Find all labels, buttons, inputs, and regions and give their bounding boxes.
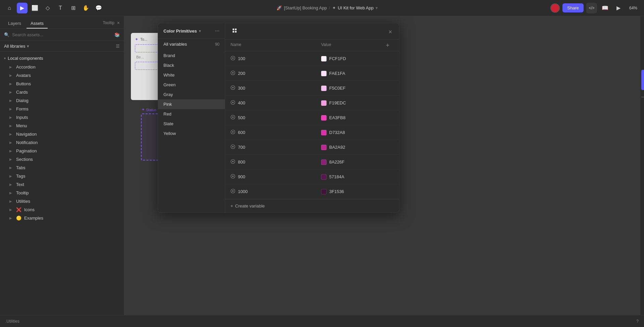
comment-tool[interactable]: 💬: [93, 3, 104, 13]
vars-group-green[interactable]: Green: [158, 80, 225, 90]
all-libraries-label[interactable]: All libraries ▾: [4, 44, 29, 49]
bottom-utilities-label[interactable]: .Utilities: [5, 319, 19, 324]
breadcrumb-separator: /: [329, 5, 330, 10]
sidebar-item-sections[interactable]: ▶ Sections: [0, 155, 124, 164]
variable-icon: [231, 159, 235, 165]
item-label: Accordion: [16, 64, 36, 69]
table-row[interactable]: 600 D732A8: [225, 125, 399, 140]
book-icon[interactable]: 📚: [114, 32, 120, 37]
var-value: FCF1FD: [329, 56, 346, 61]
vars-group-yellow[interactable]: Yellow: [158, 129, 225, 138]
breadcrumb-kit-name[interactable]: UI Kit for Web App: [338, 5, 374, 10]
home-button[interactable]: ⌂: [4, 3, 15, 13]
vars-group-white[interactable]: White: [158, 70, 225, 80]
sidebar-item-pagination[interactable]: ▶ Pagination: [0, 147, 124, 155]
item-label: Avatars: [16, 73, 31, 78]
table-row[interactable]: 500 EA3FB8: [225, 110, 399, 125]
component-list: ▾ Local components ▶ Accordion ▶ Avatars…: [0, 52, 124, 315]
variable-icon: [231, 130, 235, 135]
create-variable-button[interactable]: + Create variable: [225, 199, 399, 213]
var-name: 700: [238, 145, 245, 150]
collapse-icon: ▾: [4, 56, 6, 60]
arrow-icon: ▶: [9, 149, 12, 153]
table-row[interactable]: 100 FCF1FD: [225, 51, 399, 66]
view-mode-button[interactable]: 📖: [600, 3, 610, 13]
color-swatch: [321, 189, 327, 194]
sidebar-item-icons[interactable]: ▶ ❌ Icons: [0, 205, 124, 214]
sidebar-item-examples[interactable]: ▶ 🟡 Examples: [0, 214, 124, 222]
sidebar-item-menu[interactable]: ▶ Menu: [0, 122, 124, 130]
local-components-header[interactable]: ▾ Local components: [0, 54, 124, 63]
play-button[interactable]: ▶: [613, 3, 624, 13]
vars-view-header: [225, 23, 399, 40]
arrow-icon: ▶: [9, 82, 12, 86]
item-label: Notification: [16, 140, 38, 145]
vars-all-variables-row[interactable]: All variables 90: [158, 39, 225, 49]
vars-group-brand[interactable]: Brand: [158, 51, 225, 60]
tab-assets[interactable]: Assets: [27, 19, 48, 29]
sidebar-item-avatars[interactable]: ▶ Avatars: [0, 71, 124, 80]
table-row[interactable]: 1000 3F1536: [225, 184, 399, 199]
item-label: Menu: [16, 123, 27, 128]
variable-icon: [231, 56, 235, 61]
vars-group-slate[interactable]: Slate: [158, 119, 225, 129]
list-view-icon[interactable]: ☰: [116, 44, 120, 49]
zoom-level[interactable]: 64%: [627, 4, 640, 12]
panel-close-button[interactable]: ×: [386, 27, 395, 37]
sidebar-item-tooltip[interactable]: ▶ Tooltip: [0, 189, 124, 197]
sidebar-item-tags[interactable]: ▶ Tags: [0, 172, 124, 180]
vars-group-black[interactable]: Black: [158, 60, 225, 70]
vars-more-button[interactable]: ···: [215, 28, 219, 34]
table-row[interactable]: 900 57184A: [225, 170, 399, 184]
table-row[interactable]: 800 8A226F: [225, 155, 399, 170]
sidebar-item-tabs[interactable]: ▶ Tabs: [0, 164, 124, 172]
vars-group-gray[interactable]: Gray: [158, 90, 225, 99]
breadcrumb-chevron-icon[interactable]: ▾: [376, 5, 378, 10]
vars-group-pink[interactable]: Pink: [158, 99, 225, 109]
var-name: 300: [238, 86, 245, 91]
table-row[interactable]: 200 FAE1FA: [225, 66, 399, 81]
toolbar-right: Share </> 📖 ▶ 64%: [550, 3, 640, 13]
table-row[interactable]: 400 F19EDC: [225, 96, 399, 110]
vars-group-red[interactable]: Red: [158, 109, 225, 119]
right-sidebar-tab[interactable]: [641, 70, 644, 90]
vars-view-list-button[interactable]: [231, 27, 239, 36]
sidebar-item-navigation[interactable]: ▶ Navigation: [0, 130, 124, 138]
canvas-area[interactable]: ✦ To... Be... ✦Status mode Text: [124, 16, 644, 315]
svg-point-23: [232, 190, 234, 192]
search-input[interactable]: [12, 32, 112, 37]
tab-layers[interactable]: Layers: [4, 19, 25, 29]
sidebar-item-accordion[interactable]: ▶ Accordion: [0, 63, 124, 71]
sidebar-item-utilities[interactable]: ▶ Utilities: [0, 197, 124, 205]
sidebar-item-forms[interactable]: ▶ Forms: [0, 105, 124, 113]
sidebar-close-button[interactable]: ×: [117, 20, 120, 26]
sidebar-item-notification[interactable]: ▶ Notification: [0, 138, 124, 147]
var-name: 600: [238, 130, 245, 135]
table-row[interactable]: 700 BA2A92: [225, 140, 399, 155]
color-swatch: [321, 115, 327, 121]
add-column-button[interactable]: +: [386, 42, 390, 48]
text-tool[interactable]: T: [55, 3, 66, 13]
components-tool[interactable]: ⊞: [68, 3, 79, 13]
shape-tool[interactable]: ◇: [42, 3, 53, 13]
table-row[interactable]: 300 F5C0EF: [225, 81, 399, 96]
sidebar-item-dialog[interactable]: ▶ Dialog: [0, 96, 124, 105]
arrow-icon: ▶: [9, 191, 12, 195]
sidebar-item-cards[interactable]: ▶ Cards: [0, 88, 124, 96]
bottom-bar: .Utilities ?: [0, 315, 644, 327]
breadcrumb-app-name[interactable]: [StartUp] Booking App: [284, 5, 327, 10]
var-name-cell: 200: [231, 71, 321, 76]
var-name: 800: [238, 159, 245, 165]
frame-tool[interactable]: ⬜: [30, 3, 40, 13]
vars-panel-title[interactable]: Color Primitives ▾: [163, 29, 201, 34]
select-tool[interactable]: ▶: [17, 3, 28, 13]
sidebar-item-text[interactable]: ▶ Text: [0, 180, 124, 189]
arrow-icon: ▶: [9, 74, 12, 77]
var-value-cell: EA3FB8: [321, 115, 382, 121]
share-button[interactable]: Share: [562, 3, 584, 12]
sidebar-item-inputs[interactable]: ▶ Inputs: [0, 113, 124, 122]
hand-tool[interactable]: ✋: [81, 3, 91, 13]
help-button[interactable]: ?: [636, 319, 639, 324]
sidebar-item-buttons[interactable]: ▶ Buttons: [0, 80, 124, 88]
code-button[interactable]: </>: [586, 3, 597, 13]
